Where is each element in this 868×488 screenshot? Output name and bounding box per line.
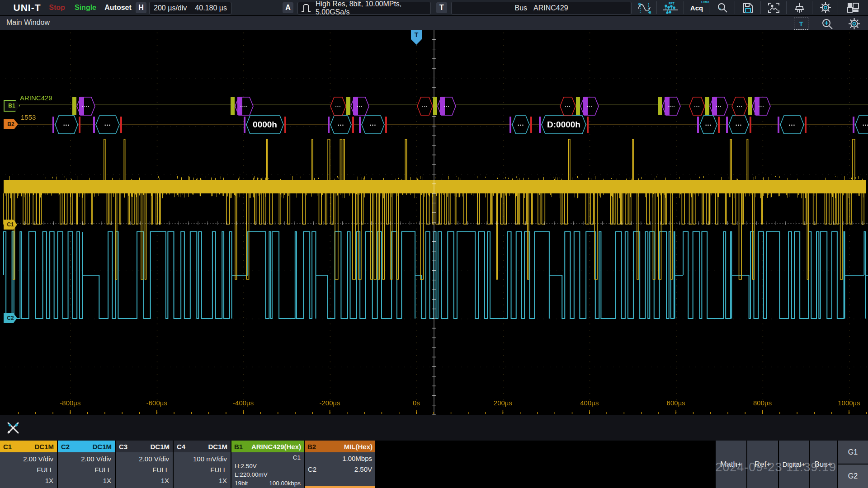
digital-add-button[interactable]: Digital+ [779,441,809,488]
arinc429-decode-frame: ... ... [330,96,369,116]
decode-data-hex: .... [662,96,681,116]
b1-mode: ARINC429(Hex) [251,443,301,450]
ref-add-button[interactable]: Ref+ [747,441,778,488]
c3-coupling: DC1M [150,443,170,450]
c1-label: C1 [3,443,12,450]
c2-scale: 2.00 V/div [61,454,111,465]
bus-panel-b1[interactable]: B1 ARINC429(Hex) C1 H:2.50V L:220.00mV 1… [231,441,304,488]
decode-frame-text: 0000h [244,115,286,134]
acquire-settings[interactable]: High Res, 8bit, 10.00MPts, 5.00GSa/s [297,2,431,14]
mil1553-decode-frame: ... [778,115,807,134]
decode-frame-text: ... [689,96,705,116]
decode-data-hex: ... [437,96,456,116]
mil1553-decode-frame: ... [853,115,868,134]
arinc429-decode-frame: ... ... [731,96,771,116]
mil1553-decode-frame: ... [697,115,720,134]
decode-sop-bar [346,97,350,115]
horizontal-offset-value: 40.180 µs [195,4,227,12]
fft-icon[interactable]: FFT [657,0,684,15]
b1-rate: 100.00kbps [269,479,301,488]
decode-frame-text: .... [235,96,254,116]
decode-frame-text: ... [350,96,369,116]
decode-frame-text: ... [359,115,387,134]
b2-label: B2 [307,443,316,450]
acq-ultra-badge: Ultra [701,0,709,4]
math-add-button[interactable]: Math+ [716,441,746,488]
c3-bandwidth: FULL [119,465,169,475]
settings-gear-icon[interactable] [813,0,838,15]
horizontal-key[interactable]: H [136,2,146,13]
search-icon[interactable] [710,0,735,15]
oscilloscope-screen: UNI-T Stop Single Autoset H 200 µs/div 4… [0,0,868,488]
bus-add-button[interactable]: Bus+ [810,441,837,488]
screenshot-icon[interactable] [761,0,786,15]
autoset-button[interactable]: Autoset [100,0,136,15]
channel-panel-c1[interactable]: C1 DC1M 2.00 V/div FULL 1X [0,441,57,488]
decode-sop-bar [748,97,752,115]
group2-tab[interactable]: G2 [838,465,868,488]
c4-coupling: DC1M [208,443,227,450]
trigger-type: Bus [514,4,527,12]
decode-sop-bar [433,97,437,115]
b1-label: B1 [234,443,243,450]
annotation-tools-icon[interactable] [5,419,22,438]
acq-button[interactable]: Acq Ultra [684,0,709,15]
decode-sop-bar [705,97,709,115]
svg-text:A: A [638,2,641,6]
mil1553-decode-frame: ... [93,115,122,134]
b2-source: C2 [308,464,316,475]
text-annotation-icon[interactable]: T [794,18,808,30]
channel-panel-c4[interactable]: C4 DC1M 100 mV/div FULL 1X [174,441,231,488]
c3-label: C3 [119,443,127,450]
decode-frame-text: ... [330,96,346,116]
group1-tab[interactable]: G1 [838,441,868,464]
arinc429-decode-frame: .... [231,96,254,116]
trigger-settings[interactable]: Bus ARINC429 [451,2,632,14]
decode-sop-bar [658,97,662,115]
time-axis-label: 400µs [580,399,599,407]
decode-data-hex: ... [580,96,599,116]
decode-frame-text: ... [93,115,122,134]
decode-frame-text: ... [437,96,456,116]
clear-icon[interactable] [787,0,812,15]
svg-text:FFT: FFT [669,2,675,5]
decode-data-hex: ... [709,96,728,116]
trigger-source: ARINC429 [533,4,568,12]
channel-panel-c2[interactable]: C2 DC1M 2.00 V/div FULL 1X [58,441,115,488]
time-axis-label: -800µs [60,399,80,407]
display-windows-icon[interactable] [839,0,867,15]
decode-data-hex: .... [235,96,254,116]
c1-bandwidth: FULL [4,465,53,475]
acquire-info: High Res, 8bit, 10.00MPts, 5.00GSa/s [316,0,430,16]
decode-error-hex: ... [731,96,748,116]
c2-probe: 1X [61,475,111,486]
b1-bits: 19bit [235,479,248,488]
decode-frame-text: ... [697,115,720,134]
acquire-key[interactable]: A [283,2,293,13]
mil1553-decode-frame: ... [359,115,387,134]
channel-panel-c3[interactable]: C3 DC1M 2.00 V/div FULL 1X [116,441,173,488]
bottom-strip [0,415,868,441]
decode-data-hex: ... [350,96,369,116]
cursor-icon[interactable]: A B [632,0,656,15]
run-stop-button[interactable]: Stop [43,0,71,15]
c2-label: C2 [61,443,70,450]
trigger-key[interactable]: T [436,2,447,13]
c4-label: C4 [177,443,185,450]
b2-mode: MIL(Hex) [344,443,373,450]
decode-error-hex: ... [560,96,576,116]
decode-data-hex: .... [76,96,95,116]
single-button[interactable]: Single [71,0,100,15]
waveform-display[interactable]: T B1 B2 C1 C2 ARINC429 1553 -800µs-600µs… [0,30,868,415]
c1-scale: 2.00 V/div [4,454,53,465]
horizontal-settings[interactable]: 200 µs/div 40.180 µs [149,2,231,14]
mil1553-decode-frame: ... [726,115,751,134]
c4-scale: 100 mV/div [177,454,227,465]
c1-coupling: DC1M [34,443,54,450]
save-icon[interactable] [736,0,760,15]
decode-frame-text: ... [328,115,354,134]
arinc429-decode-frame: .... [72,96,95,116]
decode-frame-text: .... [76,96,95,116]
bus-panel-b2[interactable]: B2 MIL(Hex) 1.00Mbps C2 2.50V [305,441,375,488]
mil1553-decode-frame: ... [328,115,354,134]
